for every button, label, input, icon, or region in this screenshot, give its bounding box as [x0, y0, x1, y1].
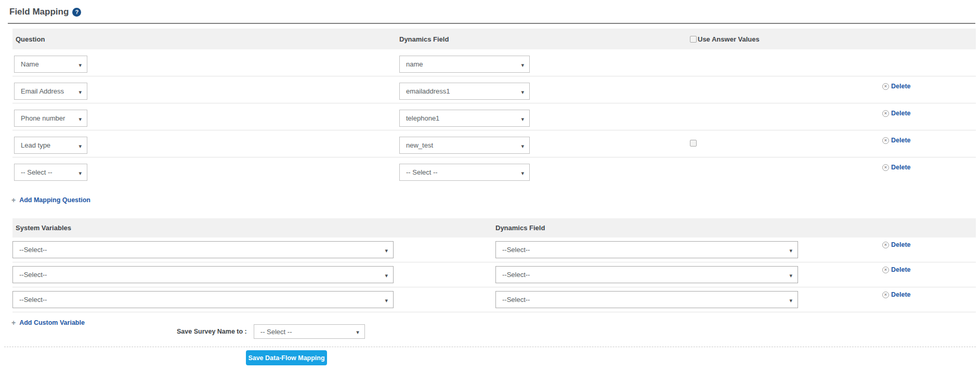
- chevron-down-icon: [385, 246, 388, 254]
- mapping-row: -- Select -- -- Select -- Delete: [12, 157, 976, 184]
- question-select[interactable]: Name: [14, 56, 87, 73]
- question-mapping-table: Question Dynamics Field Use Answer Value…: [12, 29, 976, 184]
- mapping-row: Name name: [12, 49, 976, 76]
- chevron-down-icon: [521, 114, 524, 122]
- dynamics-field-select[interactable]: emailaddress1: [399, 83, 530, 100]
- chevron-down-icon: [385, 271, 388, 279]
- delete-button[interactable]: Delete: [882, 266, 911, 273]
- system-variable-select[interactable]: --Select--: [12, 241, 394, 258]
- save-survey-name-select[interactable]: -- Select --: [254, 324, 365, 339]
- delete-button[interactable]: Delete: [882, 164, 911, 171]
- delete-button[interactable]: Delete: [882, 241, 911, 248]
- mapping-row: Phone number telephone1 Delete: [12, 103, 976, 130]
- save-dataflow-mapping-button[interactable]: Save Data-Flow Mapping: [246, 350, 327, 365]
- plus-icon: [11, 319, 16, 327]
- delete-button[interactable]: Delete: [882, 110, 911, 117]
- page-title: Field Mapping: [9, 7, 69, 17]
- system-variables-table: System Variables Dynamics Field --Select…: [12, 218, 976, 312]
- question-select[interactable]: Phone number: [14, 110, 87, 127]
- chevron-down-icon: [789, 296, 792, 303]
- mapping-row: Email Address emailaddress1 Delete: [12, 76, 976, 103]
- mapping-row: Lead type new_test Delete: [12, 130, 976, 157]
- question-mapping-header-row: Question Dynamics Field Use Answer Value…: [12, 29, 976, 49]
- use-answer-values-header-label: Use Answer Values: [698, 35, 760, 43]
- chevron-down-icon: [79, 168, 82, 176]
- system-variable-row: --Select-- --Select-- Delete: [12, 237, 976, 262]
- chevron-down-icon: [79, 141, 82, 149]
- page-header: Field Mapping ?: [0, 0, 980, 17]
- save-survey-name-label: Save Survey Name to :: [177, 328, 247, 335]
- circle-x-icon: [882, 110, 889, 117]
- help-icon[interactable]: ?: [72, 8, 81, 17]
- use-answer-values-header-checkbox[interactable]: [690, 36, 697, 43]
- system-variables-column-header: System Variables: [12, 224, 495, 232]
- chevron-down-icon: [521, 141, 524, 149]
- question-select[interactable]: Email Address: [14, 83, 87, 100]
- chevron-down-icon: [79, 114, 82, 122]
- chevron-down-icon: [385, 296, 388, 303]
- system-variable-row: --Select-- --Select-- Delete: [12, 287, 976, 312]
- delete-button[interactable]: Delete: [882, 137, 911, 144]
- dynamics-field-column-header: Dynamics Field: [399, 35, 690, 43]
- question-select[interactable]: -- Select --: [14, 164, 87, 181]
- dynamics-field-select[interactable]: -- Select --: [399, 164, 530, 181]
- delete-button[interactable]: Delete: [882, 83, 911, 90]
- system-variable-select[interactable]: --Select--: [12, 291, 394, 308]
- title-divider: [8, 23, 975, 24]
- dynamics-field-select[interactable]: telephone1: [399, 110, 530, 127]
- chevron-down-icon: [521, 87, 524, 95]
- use-answer-values-header: Use Answer Values: [690, 35, 882, 43]
- circle-x-icon: [882, 164, 889, 171]
- dynamics-field-select[interactable]: --Select--: [495, 241, 798, 258]
- chevron-down-icon: [356, 328, 359, 336]
- add-mapping-question-link[interactable]: Add Mapping Question: [11, 196, 90, 204]
- circle-x-icon: [882, 242, 889, 248]
- circle-x-icon: [882, 292, 889, 298]
- dynamics-field-select[interactable]: --Select--: [495, 291, 798, 308]
- save-survey-name-row: Save Survey Name to : -- Select --: [177, 324, 980, 339]
- delete-button[interactable]: Delete: [882, 291, 911, 298]
- use-answer-values-row-checkbox[interactable]: [690, 140, 697, 147]
- dashed-divider: [4, 347, 976, 347]
- dynamics-field-select[interactable]: new_test: [399, 137, 530, 154]
- circle-x-icon: [882, 83, 889, 90]
- dynamics-field-select[interactable]: name: [399, 56, 530, 73]
- chevron-down-icon: [79, 60, 82, 68]
- add-custom-variable-link[interactable]: Add Custom Variable: [11, 319, 85, 327]
- chevron-down-icon: [521, 60, 524, 68]
- system-variables-header-row: System Variables Dynamics Field: [12, 218, 976, 237]
- chevron-down-icon: [79, 87, 82, 95]
- dynamics-field-select[interactable]: --Select--: [495, 266, 798, 283]
- question-select[interactable]: Lead type: [14, 137, 87, 154]
- system-variable-select[interactable]: --Select--: [12, 266, 394, 283]
- circle-x-icon: [882, 267, 889, 273]
- question-column-header: Question: [12, 35, 399, 43]
- system-variable-row: --Select-- --Select-- Delete: [12, 262, 976, 287]
- chevron-down-icon: [789, 271, 792, 279]
- circle-x-icon: [882, 137, 889, 144]
- chevron-down-icon: [789, 246, 792, 254]
- chevron-down-icon: [521, 168, 524, 176]
- dynamics-field-column-header: Dynamics Field: [495, 224, 882, 232]
- plus-icon: [11, 196, 16, 204]
